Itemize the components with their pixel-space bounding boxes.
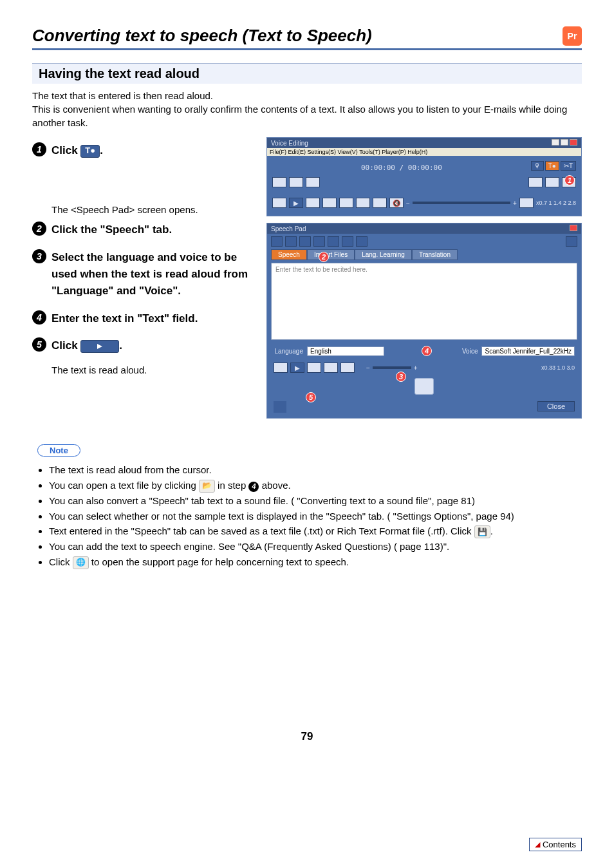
callout-5: 5	[306, 392, 316, 402]
voice-label: Voice	[448, 348, 478, 355]
callout-3: 3	[396, 372, 406, 382]
avatar-face-icon: ☺	[414, 378, 434, 395]
save-file-icon: 💾	[474, 525, 490, 538]
step-5-badge: 5	[32, 337, 46, 352]
step-3-badge: 3	[32, 249, 46, 263]
page-number: 79	[32, 730, 582, 743]
open-file-icon: 📂	[199, 480, 215, 493]
mode-buttons[interactable]: 🎙T●✂T	[531, 161, 576, 171]
close-button[interactable]: Close	[537, 401, 575, 411]
t-icon	[328, 236, 339, 247]
window-controls[interactable]	[550, 139, 577, 147]
speech-pad-title: Speech Pad	[271, 225, 306, 232]
ve-transport[interactable]: ■▶‖ ◀◀▶▶ ⏮⏭ 🔇−+A↕ x0.7 1 1.4 2 2.8	[272, 195, 576, 211]
new-file-icon	[271, 236, 283, 247]
note-item: You can select whether or not the sample…	[49, 509, 582, 524]
tab-translation: Translation	[412, 249, 458, 260]
voice-select[interactable]: ScanSoft Jennifer_Full_22kHz	[481, 346, 575, 356]
language-label: Language	[274, 348, 303, 355]
intro-text: The text that is entered is then read al…	[32, 89, 582, 129]
pr-badge-icon: Pr	[563, 26, 582, 46]
page-title: Converting text to speech (Text to Speec…	[32, 26, 372, 46]
speed-scale: x0.7 1 1.4 2 2.8	[536, 200, 576, 206]
voice-editing-title: Voice Editing	[271, 140, 308, 147]
callout-4: 4	[422, 346, 432, 356]
step-3-text: Select the language and voice to be used…	[51, 249, 257, 300]
tab-speech: Speech	[271, 249, 307, 260]
note-label: Note	[37, 444, 80, 457]
step-1-result: The <Speech Pad> screen opens.	[51, 204, 257, 215]
note-item: Text entered in the "Speech" tab can be …	[49, 524, 582, 538]
step-4-text: Enter the text in "Text" field.	[51, 310, 198, 327]
step-1-badge: 1	[32, 142, 46, 156]
section-heading: Having the text read aloud	[32, 63, 582, 84]
step-5-result: The text is read aloud.	[51, 364, 257, 375]
tab-import: Import Files	[307, 249, 355, 260]
speech-pad-window: Speech Pad 2 Speech Import Files Lang. L…	[266, 223, 582, 419]
note-item: You can open a text file by clicking 📂 i…	[49, 478, 582, 493]
title-rule	[32, 48, 582, 50]
speech-pad-close[interactable]	[568, 225, 577, 232]
sp-speed-scale: x0.33 1.0 3.0	[541, 364, 575, 371]
open-file-icon	[285, 236, 297, 247]
tts-mode-icon: T●	[80, 145, 100, 158]
notes-list: The text is read aloud from the cursor. …	[37, 463, 582, 569]
speech-pad-tabs[interactable]: Speech Import Files Lang. Learning Trans…	[267, 249, 581, 260]
note-item: You can also convert a "Speech" tab text…	[49, 494, 582, 508]
speech-pad-toolbar[interactable]	[267, 234, 581, 249]
play-button-icon	[80, 340, 119, 353]
help-globe-icon: 🌐	[73, 556, 89, 569]
cut-icon	[313, 236, 325, 247]
svg-marker-0	[97, 344, 102, 349]
step-1-text: Click T●.	[51, 142, 103, 159]
speech-text-field[interactable]: Enter the text to be recited here.	[271, 263, 577, 340]
step-ref-4: 4	[248, 482, 259, 492]
language-select[interactable]: English	[307, 346, 384, 356]
step-2-text: Click the "Speech" tab.	[51, 222, 172, 238]
step-4-badge: 4	[32, 310, 46, 325]
save-file-icon	[299, 236, 311, 247]
callout-2: 2	[319, 252, 329, 262]
export-icon	[342, 236, 353, 247]
note-item: The text is read aloud from the cursor.	[49, 463, 582, 477]
help-globe-icon[interactable]	[274, 401, 286, 413]
tab-lang: Lang. Learning	[355, 249, 412, 260]
step-2-badge: 2	[32, 222, 46, 236]
step-5-text: Click .	[51, 337, 122, 354]
options-icon	[566, 236, 577, 247]
voice-editing-window: Voice Editing File(F) Edit(E) Settings(S…	[266, 137, 582, 216]
note-item: Click 🌐 to open the support page for hel…	[49, 555, 582, 569]
voice-editing-menubar[interactable]: File(F) Edit(E) Settings(S) View(V) Tool…	[267, 148, 581, 156]
callout-1: 1	[564, 175, 575, 185]
speech-transport[interactable]: ■▶‖ ⏮⏭ −+ x0.33 1.0 3.0	[267, 360, 581, 375]
copy-icon	[356, 236, 367, 247]
ve-toolbar-row1[interactable]	[272, 175, 576, 190]
note-item: You can add the text to speech engine. S…	[49, 540, 582, 554]
